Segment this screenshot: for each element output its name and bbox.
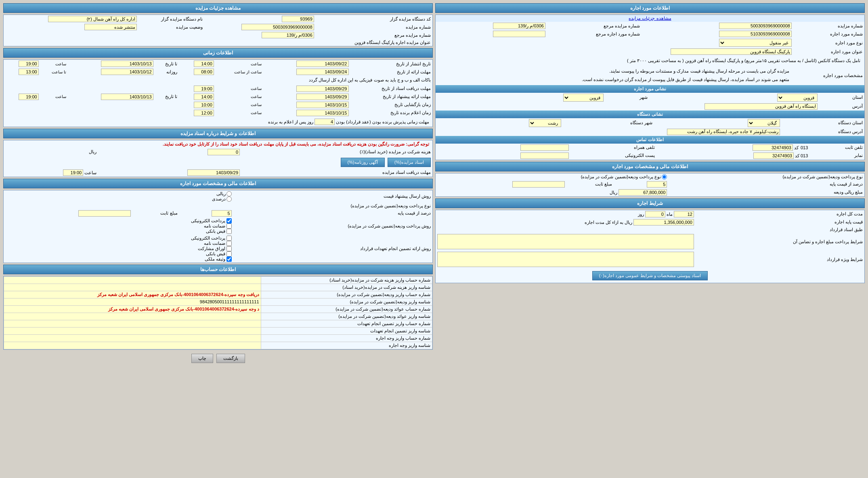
r-status-label: وضعیت مزایده (138, 23, 204, 31)
publish-time-to-input[interactable] (19, 61, 39, 67)
deadline-time-to-input[interactable] (19, 69, 39, 75)
receive-time-sep: ساعت (84, 170, 96, 175)
opening-time-to-input[interactable] (19, 94, 39, 100)
deadline-time-from-input[interactable] (194, 69, 214, 75)
fin-unit: ریال (610, 190, 617, 195)
base-price-input[interactable] (633, 219, 694, 225)
payment-cond-textarea[interactable] (437, 234, 694, 249)
method2-check[interactable]: ضمانت نامه (5, 223, 232, 229)
r-status-input[interactable] (84, 24, 137, 30)
table-row: شناسه واریز عوائد ودیعه(تضمین شرکت در مز… (4, 313, 432, 320)
deadline-date-to-label: روزانه (155, 68, 179, 76)
contact-header: اطلاعات تماس (436, 136, 864, 144)
deadline-date-to-input[interactable] (101, 69, 153, 75)
acc-value-3: 984280500111111111111111 (4, 298, 261, 305)
duration-months-input[interactable] (674, 211, 694, 217)
publish-date-to-input[interactable] (101, 61, 153, 67)
doc-button[interactable]: اسناد مزایده(%) (388, 158, 431, 167)
table-row: شماره حساب واریز وجه اجاره (4, 334, 432, 342)
opening-date-to-input[interactable] (101, 94, 153, 100)
duration-days-input[interactable] (645, 211, 665, 217)
fax-input[interactable] (753, 152, 794, 159)
opening-time-from-input[interactable] (194, 94, 214, 100)
special-cond-textarea[interactable] (437, 252, 694, 267)
announce-date-input[interactable] (296, 110, 349, 116)
dev-city-select[interactable]: رشت (529, 119, 561, 127)
ad-button[interactable]: آگهی روزنامه(%) (341, 158, 385, 167)
cm3-check[interactable]: اوراق مشارکت (5, 246, 232, 251)
fin2-percent-label: درصد از قیمت پایه (233, 209, 433, 217)
publish-date-from-input[interactable] (296, 61, 349, 67)
tel-fixed-input[interactable] (753, 144, 793, 151)
acc-label-7: شناسه واریز تضمین انجام تعهدات (261, 327, 432, 334)
method1-check[interactable]: پرداخت الکترونیکی (5, 218, 232, 223)
fin-percent-input[interactable] (647, 181, 667, 188)
auction-number-input[interactable] (719, 23, 792, 29)
deadline-time-from-label: ساعت از ساعت (216, 68, 263, 76)
doc-fee-input[interactable] (208, 149, 240, 155)
send-rial-radio[interactable]: ریالی (181, 191, 232, 196)
send-percent-radio[interactable]: درصدی (181, 196, 232, 202)
cm4-check[interactable]: قبض بانکی (5, 251, 232, 257)
city-select[interactable]: قزوین (563, 94, 604, 102)
document-button[interactable]: اسناد پیوستی مشخصات و شرایط عمومی مورد ا… (592, 271, 708, 280)
method3-label: قبض بانکی (206, 229, 225, 234)
note1-text: مزایده گران می بایست در مرحله ارسال پیشن… (437, 67, 792, 76)
opening-from-input[interactable] (296, 94, 349, 100)
fin-rials-label: مبلغ ریالی ودیعه (669, 188, 864, 196)
site-visit-date-input[interactable] (296, 102, 349, 108)
fax-label: نمابر (809, 152, 864, 160)
accounts-title: اطلاعات حساب‌ها (3, 265, 433, 274)
announce-time-input[interactable] (194, 110, 214, 116)
fin-payment-radio[interactable]: نوع پرداخت ودیعه(تضمین شرکت در مزایده) (437, 174, 667, 180)
cm1-check[interactable]: پرداخت الکترونیکی (5, 236, 232, 241)
r-ref-num-input[interactable] (262, 32, 314, 38)
print-button[interactable]: چاپ (191, 354, 213, 363)
winner-days-unit: روز پس از اعلام به برنده (268, 119, 313, 124)
location-header: نشانی مورد اجاره (436, 85, 864, 93)
auction-details-link[interactable]: مشاهده جزئیات مزایده (436, 15, 864, 22)
acc-label-5: شناسه واریز عوائد ودیعه(تضمین شرکت در مز… (261, 313, 432, 320)
r-code-input[interactable] (282, 16, 314, 22)
cm2-check[interactable]: ضمانت نامه (5, 241, 232, 246)
site-visit-time-from-input[interactable] (194, 102, 214, 108)
publish-time-from-input[interactable] (194, 61, 214, 67)
deadline-from-input[interactable] (296, 69, 349, 75)
email-input[interactable] (520, 152, 569, 159)
receive-deadline-date-input[interactable] (187, 169, 240, 176)
send-rial-label: ریالی (216, 191, 226, 196)
fin-rials-input[interactable] (619, 189, 667, 196)
cm5-check[interactable]: وثیقه ملکی (5, 257, 232, 262)
dev-state-select[interactable]: گیلان (748, 119, 780, 127)
method3-check[interactable]: قبض بانکی (5, 229, 232, 234)
state-select[interactable]: قزوین (777, 94, 818, 102)
winner-days-prefix: مهلت زمانی پذیرش برنده بودن (عقد قرارداد… (336, 119, 429, 124)
back-button[interactable]: بازگشت (216, 354, 245, 363)
r-auction-num-input[interactable] (241, 24, 314, 30)
dev-address-input[interactable] (667, 129, 780, 135)
auction-number-label: شماره مزایده (793, 22, 864, 30)
lease-ref-input[interactable] (493, 31, 545, 37)
fin-fixed-input[interactable] (512, 181, 565, 188)
announce-time-label: ساعت (216, 109, 263, 117)
lease-subject-label: شماره مورد اجاره (793, 30, 864, 38)
type-select[interactable]: غیر منقول (719, 39, 792, 47)
loc-address-input[interactable] (704, 103, 818, 110)
receive-from-input[interactable] (296, 86, 349, 92)
fin2-percent-input[interactable] (212, 210, 232, 217)
deadline-notes: باکات الف و ب و ج باید به صوت فیزیکی به … (4, 76, 432, 85)
ref-number-input[interactable] (493, 23, 545, 29)
receive-deadline-time-input[interactable] (63, 169, 83, 176)
fin2-fixed-input[interactable] (78, 210, 131, 217)
cm3-label: اوراق مشارکت (198, 246, 225, 251)
duration-label: مدت کل اجاره (696, 210, 864, 218)
acc-value-2: دریافت وجه سپرده-4001064006372624-بانک م… (4, 291, 261, 298)
winner-days-input[interactable] (314, 119, 335, 125)
r-device-name-input[interactable] (48, 16, 137, 22)
lease-subject-input[interactable] (719, 31, 792, 37)
acc-value-5 (4, 313, 261, 320)
address-input[interactable] (671, 48, 792, 55)
tel-mobile-input[interactable] (520, 144, 569, 151)
city-label: شهر (605, 93, 649, 102)
receive-time-input[interactable] (194, 86, 214, 92)
